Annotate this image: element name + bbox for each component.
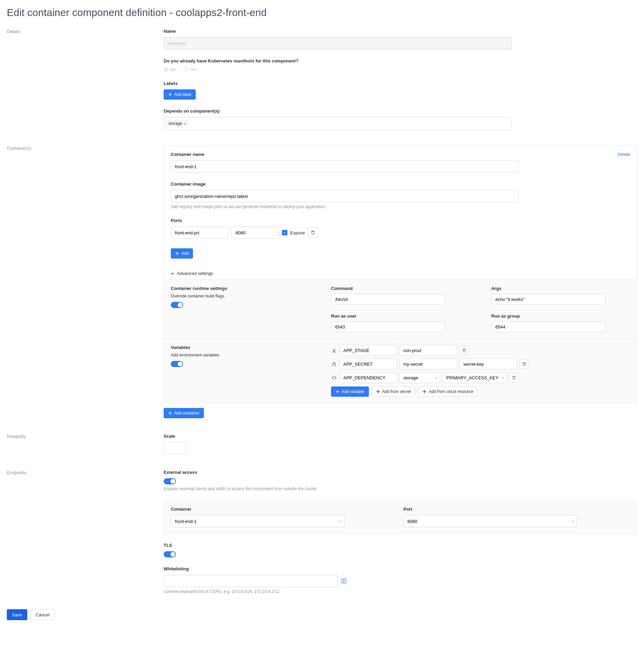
ep-container-select[interactable] xyxy=(171,515,345,527)
name-input xyxy=(163,37,511,49)
section-label-details: Details xyxy=(7,29,163,130)
command-input[interactable] xyxy=(331,294,445,304)
scale-input[interactable] xyxy=(163,442,186,454)
ports-label: Ports xyxy=(171,218,630,223)
lock-icon xyxy=(331,362,337,367)
chevron-down-icon xyxy=(171,272,174,275)
container-image-label: Container image xyxy=(171,181,630,187)
expose-label: Expose xyxy=(290,230,305,235)
labels-label: Labels xyxy=(163,81,636,86)
cloud-icon xyxy=(331,375,337,380)
variables-title: Variables xyxy=(171,345,324,350)
var-key-2[interactable] xyxy=(339,372,397,383)
depends-input[interactable]: storage ✕ xyxy=(163,117,511,130)
trash-icon xyxy=(311,230,315,235)
delete-container-link[interactable]: Delete xyxy=(617,152,630,157)
save-button[interactable]: Save xyxy=(7,609,27,620)
trash-icon xyxy=(512,375,516,380)
advanced-settings-toggle[interactable]: Advanced settings xyxy=(171,267,630,279)
radio-yes-input xyxy=(183,67,188,72)
tls-label: TLS xyxy=(163,543,636,548)
var-val1-1[interactable] xyxy=(399,359,457,370)
radio-no-input xyxy=(163,67,168,72)
depends-tag-storage: storage ✕ xyxy=(166,120,189,127)
args-input[interactable] xyxy=(491,294,606,304)
var-key-1[interactable] xyxy=(339,359,397,370)
manifests-question: Do you already have Kubernetes manifests… xyxy=(163,58,636,63)
delete-var-0[interactable] xyxy=(459,346,469,355)
runtime-title: Container runtime settings xyxy=(171,286,324,291)
svg-rect-0 xyxy=(333,364,336,366)
args-label: Args xyxy=(491,286,643,291)
text-var-icon xyxy=(331,348,337,353)
variables-toggle[interactable] xyxy=(171,361,183,367)
remove-tag-icon[interactable]: ✕ xyxy=(183,122,186,125)
container-card: Container name Delete Container image Ad… xyxy=(163,145,638,403)
ep-port-label: Port xyxy=(403,506,629,512)
add-from-cloud-button[interactable]: Add from cloud resource xyxy=(418,386,478,397)
container-image-input[interactable] xyxy=(171,190,519,202)
section-label-reliability: Reliability xyxy=(7,434,163,454)
external-access-help: Enables external clients and traffic to … xyxy=(163,487,636,491)
add-container-button[interactable]: Add container xyxy=(163,408,204,418)
plus-icon xyxy=(336,389,340,394)
expose-checkbox[interactable]: ✓ xyxy=(282,230,288,235)
delete-var-2[interactable] xyxy=(509,373,519,382)
external-access-label: External access xyxy=(163,470,636,475)
var-val2-1[interactable] xyxy=(459,359,517,370)
page-title: Edit container component definition - co… xyxy=(7,7,636,19)
port-number-input[interactable] xyxy=(231,227,279,239)
add-variable-button[interactable]: Add variable xyxy=(331,386,369,397)
add-from-secret-button[interactable]: Add from secret xyxy=(372,386,416,397)
var-val1-2[interactable] xyxy=(399,372,440,383)
plus-icon xyxy=(168,411,172,415)
whitelist-input[interactable] xyxy=(163,575,338,587)
whitelist-help: Comma-separated list of CIDRs, e.g. 10.0… xyxy=(163,589,636,594)
plus-icon xyxy=(376,389,380,394)
container-name-input[interactable] xyxy=(171,160,519,172)
whitelist-label: Whitelisting xyxy=(163,566,636,571)
ep-port-select[interactable] xyxy=(403,515,577,527)
radio-no: No xyxy=(163,67,176,72)
runtime-help: Override container build flags. xyxy=(171,294,324,299)
user-label: Run as user xyxy=(331,313,484,319)
section-label-endpoints: Endpoints xyxy=(7,470,163,594)
name-label: Name xyxy=(163,29,636,34)
external-access-toggle[interactable] xyxy=(163,478,176,484)
delete-var-1[interactable] xyxy=(519,359,529,369)
container-name-label: Container name xyxy=(171,152,617,157)
var-val2-2[interactable] xyxy=(442,372,507,383)
depends-label: Depends on component(s) xyxy=(163,108,636,113)
port-name-input[interactable] xyxy=(171,227,229,239)
radio-yes: Yes xyxy=(183,67,197,72)
section-label-containers: Container(s) xyxy=(7,145,163,418)
var-key-0[interactable] xyxy=(339,345,397,356)
add-label-button[interactable]: Add label xyxy=(163,89,196,100)
plus-icon xyxy=(175,251,179,255)
var-val-0[interactable] xyxy=(399,345,457,356)
plus-icon xyxy=(168,93,172,97)
ep-container-label: Container xyxy=(171,506,397,512)
add-port-button[interactable]: Add xyxy=(171,248,193,259)
group-label: Run as group xyxy=(491,313,643,319)
cancel-button[interactable]: Cancel xyxy=(31,609,54,620)
plus-icon xyxy=(422,389,426,394)
tls-toggle[interactable] xyxy=(163,551,176,557)
user-input[interactable] xyxy=(331,321,445,332)
book-icon[interactable] xyxy=(340,577,347,584)
delete-port-button[interactable] xyxy=(307,227,318,238)
variables-help: Add environment variables xyxy=(171,353,324,358)
scale-label: Scale xyxy=(163,434,636,439)
trash-icon xyxy=(462,348,466,353)
container-image-help: Add registry and image path so we can ge… xyxy=(171,204,630,209)
group-input[interactable] xyxy=(491,321,606,332)
endpoint-card: Container ▾ Port ▾ xyxy=(163,500,636,534)
runtime-toggle[interactable] xyxy=(171,302,183,308)
trash-icon xyxy=(522,362,526,367)
command-label: Command xyxy=(331,286,484,291)
